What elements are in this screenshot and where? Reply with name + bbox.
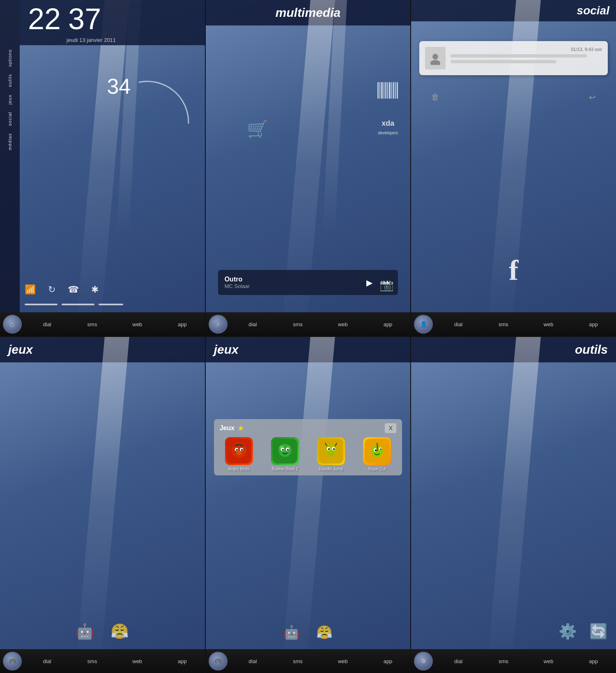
- folder-header: Jeux ★ X: [218, 423, 398, 433]
- nav-web-j2[interactable]: web: [320, 649, 365, 673]
- svg-point-41: [380, 449, 382, 450]
- light-beam-j2: [281, 337, 335, 673]
- nav-app-j1[interactable]: app: [160, 649, 205, 673]
- sidebar-item-jeux[interactable]: jeux: [7, 94, 12, 104]
- svg-rect-10: [397, 82, 398, 99]
- app-item-rope-cut[interactable]: Rope Cut: [363, 437, 391, 471]
- nav-sms-mm[interactable]: sms: [275, 312, 320, 336]
- light-beam-o: [487, 337, 541, 673]
- settings-icon[interactable]: ⚙️: [559, 623, 577, 640]
- clock-date: jeudi 13 janvier 2011: [67, 37, 116, 43]
- angry-birds-svg: [227, 439, 251, 463]
- nav-web-j1[interactable]: web: [115, 649, 160, 673]
- angry-birds-icon: [225, 437, 253, 465]
- nav-web-outils[interactable]: web: [526, 649, 571, 673]
- social-notification-card[interactable]: 01/13, 9:43 soir: [419, 41, 608, 75]
- nav-dial-mm[interactable]: dial: [230, 312, 276, 336]
- nav-sms-j1[interactable]: sms: [70, 649, 115, 673]
- svg-point-33: [328, 452, 334, 456]
- music-player: Outro MC Solaar ▶ ⏭: [218, 270, 398, 295]
- clock-minute: 37: [68, 4, 116, 34]
- xda-logo[interactable]: xdadevelopers: [378, 119, 398, 136]
- pbar-1: [25, 304, 57, 305]
- nav-dial-j1[interactable]: dial: [25, 649, 70, 673]
- folder-star-icon[interactable]: ★: [238, 424, 244, 432]
- bubble-blast-svg: [273, 439, 297, 463]
- nav-sms-outils[interactable]: sms: [481, 649, 526, 673]
- music-note-icon: ♪: [216, 320, 220, 328]
- pbar-2: [62, 304, 94, 305]
- svg-rect-3: [384, 82, 384, 99]
- nav-app-j2[interactable]: app: [365, 649, 411, 673]
- social-text-line-1: [451, 54, 587, 58]
- sidebar: options outils jeux social médias: [0, 0, 20, 336]
- reply-icon[interactable]: ↩: [589, 92, 596, 102]
- jeux1-game-icons: 🤖 😤: [0, 623, 205, 640]
- social-card-content: 01/13, 9:43 soir: [451, 47, 602, 66]
- app-item-doodle-jump[interactable]: Doodle Jump: [317, 437, 345, 471]
- nav-dial-j2[interactable]: dial: [230, 649, 276, 673]
- svg-rect-9: [395, 82, 396, 99]
- app-item-angry-birds[interactable]: Angry Birds: [225, 437, 253, 471]
- robot-icon-j2: 🤖: [283, 625, 300, 640]
- outils-nav-icon: ⚙: [421, 658, 426, 664]
- nav-home-icon[interactable]: ⌂: [0, 312, 25, 336]
- svg-rect-1: [379, 82, 380, 99]
- nav-app-social[interactable]: app: [571, 312, 616, 336]
- svg-point-32: [333, 448, 335, 450]
- sidebar-item-medias[interactable]: médias: [7, 133, 12, 150]
- card-actions: 🗑 ↩: [425, 92, 602, 102]
- sidebar-item-social[interactable]: social: [7, 112, 12, 126]
- nav-sms-j2[interactable]: sms: [275, 649, 320, 673]
- social-text-line-2: [451, 60, 556, 63]
- nav-web-mm[interactable]: web: [320, 312, 365, 336]
- nav-dial-home[interactable]: dial: [25, 312, 70, 336]
- refresh-icon[interactable]: 🔄: [589, 623, 608, 640]
- camera-icon[interactable]: 📷: [379, 278, 394, 292]
- folder-close-button[interactable]: X: [385, 423, 396, 433]
- nav-outils-icon[interactable]: ⚙: [411, 649, 436, 673]
- nav-app-mm[interactable]: app: [365, 312, 411, 336]
- app-grid: Angry Birds Bu: [218, 437, 398, 471]
- app-folder: Jeux ★ X: [214, 419, 402, 475]
- app-item-bubble-blast[interactable]: Bubble Blast 2: [271, 437, 299, 471]
- track-artist: MC Solaar: [225, 283, 360, 289]
- sidebar-item-options[interactable]: options: [7, 49, 12, 67]
- facebook-icon[interactable]: f: [411, 254, 616, 287]
- play-button[interactable]: ▶: [366, 278, 372, 288]
- nav-web-social[interactable]: web: [526, 312, 571, 336]
- panel-jeux1: jeux 🤖 😤 🎮 dial sms web app: [0, 337, 205, 673]
- social-header: social: [411, 0, 616, 21]
- nav-web-home[interactable]: web: [115, 312, 160, 336]
- track-name: Outro: [225, 276, 360, 283]
- bubble-blast-icon: [271, 437, 299, 465]
- barcode-icon[interactable]: [377, 82, 398, 102]
- nav-app-home[interactable]: app: [160, 312, 205, 336]
- svg-point-25: [282, 449, 284, 451]
- bottom-nav-outils: ⚙ dial sms web app: [411, 649, 616, 673]
- sidebar-item-outils[interactable]: outils: [7, 74, 12, 87]
- nav-jeux1-icon[interactable]: 🎮: [0, 649, 25, 673]
- cart-icon[interactable]: 🛒: [247, 119, 268, 139]
- gauge-arc: [123, 58, 197, 131]
- trash-icon[interactable]: 🗑: [431, 92, 439, 102]
- nav-jeux2-icon[interactable]: 🎮: [206, 649, 230, 673]
- avatar: [425, 47, 446, 69]
- home-icon: ⌂: [10, 320, 15, 329]
- svg-point-20: [278, 444, 292, 457]
- sync-icon: ↻: [48, 284, 55, 295]
- svg-point-26: [287, 449, 289, 451]
- nav-app-outils[interactable]: app: [571, 649, 616, 673]
- nav-dial-outils[interactable]: dial: [436, 649, 481, 673]
- jeux2-circle: 🎮: [209, 652, 228, 671]
- nav-sms-home[interactable]: sms: [70, 312, 115, 336]
- svg-point-17: [236, 449, 238, 451]
- nav-sms-social[interactable]: sms: [481, 312, 526, 336]
- nav-dial-social[interactable]: dial: [436, 312, 481, 336]
- rope-cut-svg: [365, 439, 389, 463]
- phone-icon: ☎: [68, 284, 79, 295]
- nav-multimedia-icon[interactable]: ♪: [206, 312, 230, 336]
- nav-social-icon[interactable]: 👤: [411, 312, 436, 336]
- panel-jeux2: jeux Jeux ★ X: [206, 337, 411, 673]
- bottom-nav-jeux2: 🎮 dial sms web app: [206, 649, 411, 673]
